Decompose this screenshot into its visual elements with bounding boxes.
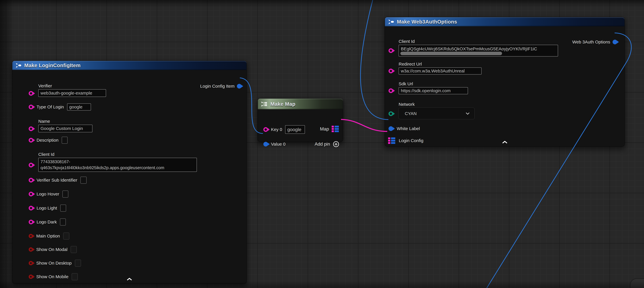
node-header-make-map[interactable]: Make Map (258, 99, 343, 109)
pin-verifier-sub-identifier[interactable] (29, 178, 33, 182)
pin-label: White Label (397, 126, 420, 131)
chevron-up-icon (502, 141, 508, 144)
network-dropdown[interactable]: CYAN (398, 108, 474, 119)
pin-login-config[interactable] (388, 137, 395, 144)
pin-row-verifier-sub-identifier: Verifier Sub Identifier (29, 177, 86, 184)
pin-label: Value 0 (271, 142, 286, 147)
pin-network[interactable] (388, 111, 393, 116)
node-make-loginconfigitem[interactable]: Make LoginConfigItem Login Config Item V… (12, 61, 246, 283)
wire-map-to-loginconfig[interactable] (341, 119, 387, 131)
pin-name[interactable] (29, 126, 33, 131)
sdk-url-input[interactable]: https://sdk.openlogin.com (398, 87, 468, 94)
pin-row-logo-light: Logo Light (29, 205, 66, 212)
pin-client-id[interactable] (388, 48, 393, 53)
pin-row-client-id: Client Id 774338308167- q463s7kpvja16l4l… (29, 152, 197, 172)
pin-label: Verifier Sub Identifier (36, 178, 77, 183)
pin-label: Show On Desktop (36, 261, 72, 266)
output-pin-login-config-item[interactable] (237, 84, 242, 89)
pin-row-show-on-desktop: Show On Desktop (29, 260, 81, 267)
pin-row-client-id: Client Id BEglQSgt4cUWcj6SKRdu5QkOXTsePm… (388, 39, 558, 57)
pin-row-name: Name Google Custom Login (29, 119, 92, 132)
pin-value-0[interactable] (263, 142, 268, 146)
pin-row-main-option: Main Option (29, 232, 69, 239)
pin-key-0[interactable] (263, 127, 268, 132)
collapse-node-button[interactable] (502, 141, 508, 144)
output-pin-web3auth-options[interactable] (612, 40, 617, 44)
pin-row-redirect-url: Redirect Url w3a://com.w3a.Web3AuthUnrea… (388, 62, 482, 75)
logo-dark-input[interactable] (60, 218, 66, 225)
pin-description[interactable] (29, 138, 33, 143)
collapse-node-button[interactable] (126, 277, 133, 281)
pin-white-label[interactable] (388, 126, 393, 131)
show-on-desktop-checkbox[interactable] (75, 260, 81, 267)
show-on-mobile-checkbox[interactable] (72, 273, 78, 280)
node-make-web3authoptions[interactable]: Make Web3AuthOptions Web 3Auth Options C… (385, 17, 624, 146)
pin-label: Client Id (38, 152, 197, 157)
pin-label: Verifier (38, 83, 106, 88)
output-pin-label: Login Config Item (200, 84, 234, 89)
output-row-web3auth-options: Web 3Auth Options (572, 39, 617, 45)
node-title: Make LoginConfigItem (24, 63, 80, 68)
logo-hover-input[interactable] (62, 190, 68, 198)
node-title: Make Map (270, 101, 296, 107)
blueprint-graph-canvas[interactable]: Make LoginConfigItem Login Config Item V… (0, 0, 644, 288)
logo-light-input[interactable] (60, 205, 66, 212)
pin-show-on-mobile[interactable] (29, 274, 33, 279)
pin-row-description: Description (29, 137, 68, 144)
pin-row-key-0: Key 0 google (263, 126, 305, 133)
node-header-make-loginconfigitem[interactable]: Make LoginConfigItem (12, 61, 246, 70)
pin-client-id[interactable] (29, 163, 33, 167)
client-id-input[interactable]: BEglQSgt4cUWcj6SKRdu5QkOXTsePmMcusG5EAoy… (398, 45, 558, 57)
node-header-make-web3authoptions[interactable]: Make Web3AuthOptions (385, 17, 624, 26)
node-title: Make Web3AuthOptions (397, 19, 457, 25)
pin-label: Type Of Login (36, 105, 64, 109)
show-on-modal-checkbox[interactable] (71, 246, 77, 253)
verifier-input[interactable]: web3auth-google-example (38, 89, 106, 97)
pin-show-on-desktop[interactable] (29, 261, 33, 265)
client-id-input[interactable]: 774338308167- q463s7kpvja16l4l0kko3nb925… (38, 158, 197, 172)
redirect-url-input[interactable]: w3a://com.w3a.Web3AuthUnreal (398, 68, 482, 75)
pin-label: Show On Modal (36, 247, 68, 252)
pin-row-sdk-url: Sdk Url https://sdk.openlogin.com (388, 81, 468, 94)
pin-row-logo-hover: Logo Hover (29, 190, 68, 198)
pin-row-show-on-modal: Show On Modal (29, 246, 77, 253)
add-pin-icon (333, 141, 340, 148)
output-pin-label: Web 3Auth Options (572, 40, 610, 45)
pin-show-on-modal[interactable] (29, 247, 33, 252)
pin-logo-dark[interactable] (29, 220, 33, 224)
pin-label: Main Option (36, 233, 60, 238)
wire-offscreen-to-whitelabel[interactable] (360, 0, 388, 120)
chevron-down-icon (466, 112, 470, 115)
pin-sdk-url[interactable] (388, 88, 393, 93)
pin-label: Logo Dark (36, 219, 57, 224)
pin-label: Description (36, 138, 58, 143)
output-pin-map[interactable] (332, 126, 339, 132)
pin-redirect-url[interactable] (388, 69, 393, 73)
input-scrollbar[interactable] (400, 52, 502, 55)
pin-verifier[interactable] (29, 91, 33, 96)
pin-label: Redirect Url (398, 62, 482, 67)
chevron-up-icon (126, 277, 133, 281)
pin-label: Client Id (398, 39, 558, 44)
make-struct-icon (388, 19, 394, 25)
pin-label: Logo Light (36, 206, 57, 211)
node-make-map[interactable]: Make Map Key 0 google Map Value 0 (258, 99, 343, 142)
add-pin-button[interactable]: Add pin (315, 141, 340, 147)
pin-logo-light[interactable] (29, 206, 33, 210)
description-input[interactable] (62, 137, 68, 144)
key-0-input[interactable]: google (285, 125, 305, 134)
main-option-checkbox[interactable] (63, 232, 69, 239)
pin-row-logo-dark: Logo Dark (29, 218, 66, 225)
output-row-map: Map (320, 126, 339, 132)
pin-label: Name (38, 119, 92, 124)
pin-row-verifier: Verifier web3auth-google-example (29, 83, 106, 97)
name-input[interactable]: Google Custom Login (38, 125, 92, 132)
pin-row-type-of-login: Type Of Login google (29, 103, 91, 111)
pin-type-of-login[interactable] (29, 105, 33, 109)
pin-logo-hover[interactable] (29, 192, 33, 196)
verifier-sub-identifier-input[interactable] (80, 177, 86, 184)
pin-row-login-config: Login Config (388, 137, 423, 144)
type-of-login-input[interactable]: google (67, 103, 91, 111)
pin-main-option[interactable] (29, 234, 33, 238)
pin-row-white-label: White Label (388, 125, 420, 132)
